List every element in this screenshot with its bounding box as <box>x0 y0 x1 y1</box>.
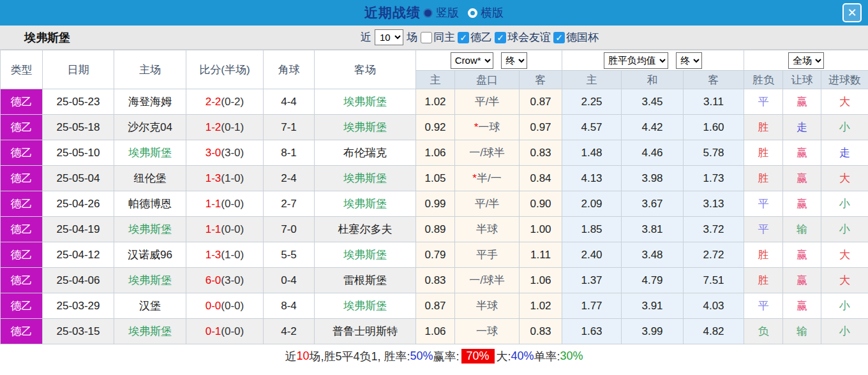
avg-draw: 4.46 <box>622 140 684 166</box>
checkbox-label: 球会友谊 <box>507 30 551 45</box>
match-type-badge: 德乙 <box>1 268 43 293</box>
avg-win: 1.37 <box>562 268 622 293</box>
checkbox-label: 同主 <box>433 30 455 45</box>
avg-lose: 3.72 <box>684 217 744 242</box>
result-outcome: 胜 <box>744 140 783 166</box>
table-row: 德乙25-05-18沙尔克041-2(0-1)7-1埃弗斯堡0.92*一球0.9… <box>1 115 868 140</box>
checkbox-label: 德国杯 <box>566 30 599 45</box>
corner-score: 4-2 <box>264 319 315 344</box>
table-row: 德乙25-05-04纽伦堡1-3(1-0)2-4埃弗斯堡1.05*半/一0.84… <box>1 166 868 191</box>
result-goals: 大 <box>821 166 868 191</box>
radio-vertical-label[interactable]: 竖版 <box>436 5 459 20</box>
games-label: 场 <box>407 30 417 45</box>
odds-away: 0.84 <box>520 166 562 191</box>
match-date: 25-05-10 <box>43 140 114 166</box>
col-header-corners: 角球 <box>264 50 315 89</box>
odds-home: 0.79 <box>416 242 455 268</box>
bookmaker-select[interactable]: Crow* <box>451 52 493 69</box>
match-type-badge: 德乙 <box>1 140 43 166</box>
home-team: 帕德博恩 <box>114 191 186 217</box>
match-date: 25-03-15 <box>43 319 114 344</box>
match-date: 25-04-19 <box>43 217 114 242</box>
checked-checkbox[interactable]: ✓ <box>458 32 469 43</box>
match-date: 25-04-06 <box>43 268 114 293</box>
result-handicap: 走 <box>783 115 821 140</box>
radio-horizontal-layout[interactable] <box>468 8 477 18</box>
odds-handicap: 一/球半 <box>455 140 520 166</box>
recent-results-panel: 近期战绩 竖版 横版 ✕ 埃弗斯堡 近 10 场 同主✓德乙✓球会友谊✓德国杯 … <box>0 0 868 375</box>
summary-segment: 单率: <box>534 349 560 364</box>
table-row: 德乙25-03-15埃弗斯堡0-1(0-0)4-2普鲁士明斯特1.06一球0.8… <box>1 319 868 344</box>
match-score: 1-1(0-0) <box>186 191 264 217</box>
match-score: 1-1(0-0) <box>186 217 264 242</box>
odds-handicap: 一球 <box>455 319 520 344</box>
avg-draw: 3.67 <box>622 191 684 217</box>
avg-type-select[interactable]: 胜平负均值 <box>604 52 668 69</box>
checked-checkbox[interactable]: ✓ <box>495 32 506 43</box>
result-outcome: 平 <box>744 217 783 242</box>
col-header-away: 客场 <box>315 50 416 89</box>
away-team: 埃弗斯堡 <box>315 242 416 268</box>
avg-time-select[interactable]: 终 <box>676 52 702 69</box>
home-team: 埃弗斯堡 <box>114 319 186 344</box>
avg-win: 1.77 <box>562 293 622 319</box>
odds-away: 0.83 <box>520 319 562 344</box>
away-team: 埃弗斯堡 <box>315 191 416 217</box>
match-type-badge: 德乙 <box>1 166 43 191</box>
avg-win: 1.85 <box>562 217 622 242</box>
avg-draw: 4.79 <box>622 268 684 293</box>
odds-handicap: *半/一 <box>455 166 520 191</box>
col-header-score: 比分(半场) <box>186 50 264 89</box>
close-icon[interactable]: ✕ <box>842 3 862 22</box>
away-team: 普鲁士明斯特 <box>315 319 416 344</box>
result-goals: 小 <box>821 293 868 319</box>
subcol-handicap: 盘口 <box>455 71 520 89</box>
radio-vertical-layout[interactable] <box>423 8 433 18</box>
title-bar: 近期战绩 竖版 横版 ✕ <box>0 0 868 26</box>
odds-home: 0.89 <box>416 217 455 242</box>
odds-home: 0.87 <box>416 293 455 319</box>
away-team: 埃弗斯堡 <box>315 115 416 140</box>
odds-home: 1.06 <box>416 319 455 344</box>
odds-home: 0.92 <box>416 115 455 140</box>
avg-lose: 4.03 <box>684 293 744 319</box>
summary-segment: 10 <box>296 349 309 363</box>
odds-home: 1.02 <box>416 89 455 115</box>
result-goals: 大 <box>821 89 868 115</box>
odds-away: 0.97 <box>520 115 562 140</box>
avg-lose: 1.60 <box>684 115 744 140</box>
away-team: 布伦瑞克 <box>315 140 416 166</box>
table-row: 德乙25-05-10埃弗斯堡3-0(3-0)8-1布伦瑞克1.06一/球半0.8… <box>1 140 868 166</box>
match-type-badge: 德乙 <box>1 89 43 115</box>
result-outcome: 平 <box>744 191 783 217</box>
result-goals: 大 <box>821 242 868 268</box>
table-row: 德乙25-04-19埃弗斯堡1-1(0-0)7-0杜塞尔多夫0.89半球1.00… <box>1 217 868 242</box>
odds-time-select[interactable]: 终 <box>501 52 527 69</box>
checked-checkbox[interactable]: ✓ <box>553 32 565 43</box>
away-team: 雷根斯堡 <box>315 268 416 293</box>
match-date: 25-04-26 <box>43 191 114 217</box>
result-handicap: 赢 <box>783 191 821 217</box>
avg-lose: 4.82 <box>684 319 744 344</box>
corner-score: 4-4 <box>264 89 315 115</box>
odds-away: 1.06 <box>520 268 562 293</box>
corner-score: 2-7 <box>264 191 315 217</box>
subcol-result: 胜负 <box>744 71 783 89</box>
avg-draw: 3.81 <box>622 217 684 242</box>
away-team: 埃弗斯堡 <box>315 293 416 319</box>
recent-count-select[interactable]: 10 <box>375 29 403 45</box>
result-outcome: 胜 <box>744 115 783 140</box>
radio-horizontal-label[interactable]: 横版 <box>481 5 504 20</box>
match-score: 1-3(1-0) <box>186 166 264 191</box>
result-goals: 走 <box>821 140 868 166</box>
odds-away: 1.11 <box>520 242 562 268</box>
result-outcome: 胜 <box>744 268 783 293</box>
home-team: 埃弗斯堡 <box>114 217 186 242</box>
match-score: 2-2(0-2) <box>186 89 264 115</box>
period-select[interactable]: 全场 <box>788 52 824 69</box>
summary-segment: 40% <box>511 349 534 363</box>
summary-bar: 近10场,胜5平4负1, 胜率:50% 赢率: 70% 大:40% 单率:30% <box>0 344 868 368</box>
unchecked-checkbox[interactable] <box>421 32 432 43</box>
result-outcome: 胜 <box>744 166 783 191</box>
layout-radio-group: 竖版 横版 <box>422 5 504 20</box>
